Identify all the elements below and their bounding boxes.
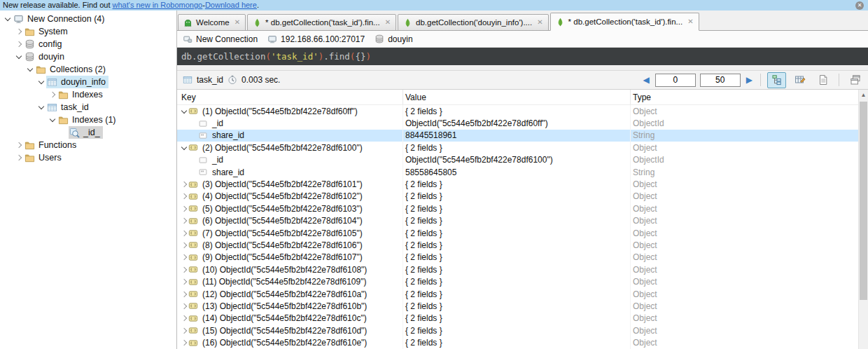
- row-expand-arrow[interactable]: [179, 182, 188, 186]
- tree-expand-arrow[interactable]: [3, 18, 13, 20]
- grid-row[interactable]: (15) ObjectId("5c544e5fb2bf422e78df610d"…: [177, 324, 868, 336]
- tree-view-button[interactable]: [767, 72, 786, 88]
- grid-row[interactable]: (14) ObjectId("5c544e5fb2bf422e78df610c"…: [177, 313, 868, 324]
- row-expand-arrow[interactable]: [179, 219, 188, 223]
- tree-item-indexes-1[interactable]: Indexes (1): [0, 114, 176, 126]
- key-text: (9) ObjectId("5c544e5fb2bf422e78df6107"): [202, 252, 363, 262]
- grid-type-cell: Object: [631, 228, 868, 238]
- row-expand-arrow[interactable]: [179, 194, 188, 198]
- grid-type-cell: Object: [631, 191, 868, 201]
- limit-input[interactable]: [700, 74, 741, 87]
- table-view-button[interactable]: [790, 72, 809, 88]
- row-expand-arrow[interactable]: [179, 304, 188, 308]
- tab-close-icon[interactable]: ✕: [537, 19, 542, 26]
- tree-expand-arrow[interactable]: [14, 29, 24, 34]
- page-forward-icon[interactable]: ▶: [745, 75, 754, 85]
- grid-row[interactable]: (3) ObjectId("5c544e5fb2bf422e78df6101")…: [177, 178, 868, 190]
- grid-type-cell: ObjectId: [631, 118, 868, 128]
- tree-expand-arrow[interactable]: [14, 156, 24, 160]
- tree-item-douyin[interactable]: douyin: [0, 50, 176, 63]
- row-expand-arrow[interactable]: [179, 292, 188, 296]
- text-view-button[interactable]: [813, 72, 832, 88]
- tree-expand-arrow[interactable]: [36, 81, 46, 83]
- query-editor[interactable]: db.getCollection('task_id').find({}): [177, 48, 868, 65]
- tree-expand-arrow[interactable]: [36, 106, 46, 109]
- grid-row[interactable]: (12) ObjectId("5c544e5fb2bf422e78df610a"…: [177, 288, 868, 300]
- grid-row[interactable]: _idObjectId("5c544e5fb2bf422e78df6100")O…: [177, 154, 868, 166]
- object-icon: [188, 265, 198, 274]
- row-expand-arrow[interactable]: [179, 280, 188, 284]
- connection-name-item[interactable]: New Connection: [183, 34, 258, 44]
- server-address-item[interactable]: 192.168.66.100:27017: [267, 34, 365, 44]
- tree-item-system[interactable]: System: [0, 25, 176, 38]
- row-expand-arrow[interactable]: [179, 231, 188, 235]
- tree-item-new-connection-4[interactable]: New Connection (4): [0, 13, 176, 25]
- column-header-value[interactable]: Value: [403, 90, 631, 104]
- tree-expand-arrow[interactable]: [14, 42, 24, 46]
- banner-text-before: New release available. Find out: [3, 0, 110, 11]
- tree-expand-arrow[interactable]: [25, 68, 35, 71]
- grid-row[interactable]: (16) ObjectId("5c544e5fb2bf422e78df610e"…: [177, 336, 868, 348]
- tree-item-douyin-info[interactable]: douyin_info: [0, 76, 176, 88]
- page-back-icon[interactable]: ◀: [642, 75, 651, 85]
- grid-row[interactable]: (4) ObjectId("5c544e5fb2bf422e78df6102")…: [177, 191, 868, 203]
- tree-item-users[interactable]: Users: [0, 151, 176, 164]
- column-header-type[interactable]: Type: [631, 93, 868, 102]
- tab-close-icon[interactable]: ✕: [234, 19, 240, 26]
- grid-type-cell: Object: [631, 107, 868, 116]
- tree-item-task-id[interactable]: task_id: [0, 101, 176, 114]
- tab-2-db-getcollection-task-id-fin[interactable]: * db.getCollection('task_id').fin...✕: [247, 14, 396, 31]
- row-expand-arrow[interactable]: [179, 341, 188, 345]
- grid-row[interactable]: _idObjectId("5c544e5fb2bf422e78df60ff")O…: [177, 117, 868, 129]
- banner-close-icon[interactable]: ✕: [855, 1, 864, 10]
- database-name-item[interactable]: douyin: [374, 34, 412, 44]
- tree-expand-arrow[interactable]: [14, 55, 24, 58]
- row-expand-arrow[interactable]: [179, 110, 188, 113]
- tab-1-welcome[interactable]: Welcome✕: [178, 14, 246, 31]
- grid-row[interactable]: (1) ObjectId("5c544e5fb2bf422e78df60ff")…: [177, 105, 868, 117]
- tab-close-icon[interactable]: ✕: [687, 18, 693, 25]
- chevron-collapsed-icon: [181, 340, 186, 345]
- scrollbar-thumb[interactable]: [860, 102, 867, 300]
- skip-input[interactable]: [655, 74, 696, 87]
- chevron-collapsed-icon: [181, 230, 186, 235]
- grid-row[interactable]: (10) ObjectId("5c544e5fb2bf422e78df6108"…: [177, 264, 868, 275]
- tree-item-collections-2[interactable]: Collections (2): [0, 63, 176, 76]
- tab-close-icon[interactable]: ✕: [385, 19, 391, 26]
- whats-new-link[interactable]: what's new in Robomongo: [113, 0, 203, 11]
- tree-expand-arrow[interactable]: [48, 118, 57, 121]
- tree-expand-arrow[interactable]: [48, 93, 57, 97]
- scroll-up-icon[interactable]: ▲: [859, 90, 868, 100]
- row-expand-arrow[interactable]: [179, 243, 188, 247]
- column-header-key[interactable]: Key: [177, 90, 403, 104]
- tree-item-indexes[interactable]: Indexes: [0, 88, 176, 101]
- row-expand-arrow[interactable]: [179, 268, 188, 272]
- chevron-collapsed-icon: [16, 41, 22, 47]
- grid-row[interactable]: (11) ObjectId("5c544e5fb2bf422e78df6109"…: [177, 275, 868, 287]
- tab-4-db-getcollection-task-id-fin[interactable]: * db.getCollection('task_id').fin...✕: [550, 13, 699, 31]
- row-expand-arrow[interactable]: [179, 316, 188, 320]
- tree-expand-arrow[interactable]: [14, 143, 24, 147]
- row-expand-arrow[interactable]: [179, 146, 188, 149]
- tree-item-functions[interactable]: Functions: [0, 139, 176, 151]
- grid-row[interactable]: (6) ObjectId("5c544e5fb2bf422e78df6104")…: [177, 215, 868, 227]
- vertical-scrollbar[interactable]: ▲: [858, 90, 868, 349]
- object-icon: [188, 180, 198, 189]
- grid-row[interactable]: share_id88445518961String: [177, 130, 868, 142]
- grid-row[interactable]: (7) ObjectId("5c544e5fb2bf422e78df6105")…: [177, 227, 868, 239]
- grid-row[interactable]: (2) ObjectId("5c544e5fb2bf422e78df6100")…: [177, 142, 868, 153]
- key-text: share_id: [212, 130, 244, 140]
- row-expand-arrow[interactable]: [179, 255, 188, 259]
- row-expand-arrow[interactable]: [179, 329, 188, 333]
- download-here-link[interactable]: Download here: [205, 0, 257, 11]
- grid-row[interactable]: (13) ObjectId("5c544e5fb2bf422e78df610b"…: [177, 300, 868, 312]
- grid-row[interactable]: share_id58558645805String: [177, 166, 868, 178]
- grid-row[interactable]: (8) ObjectId("5c544e5fb2bf422e78df6106")…: [177, 239, 868, 251]
- grid-row[interactable]: (5) ObjectId("5c544e5fb2bf422e78df6103")…: [177, 203, 868, 214]
- grid-row[interactable]: (9) ObjectId("5c544e5fb2bf422e78df6107")…: [177, 252, 868, 264]
- tree-item-config[interactable]: config: [0, 38, 176, 50]
- tree-item-id[interactable]: _id_: [0, 126, 176, 139]
- row-expand-arrow[interactable]: [179, 207, 188, 211]
- tab-3-db-getcollection-douyin-info[interactable]: db.getCollection('douyin_info')....✕: [398, 14, 549, 31]
- custom-view-button[interactable]: [846, 72, 864, 88]
